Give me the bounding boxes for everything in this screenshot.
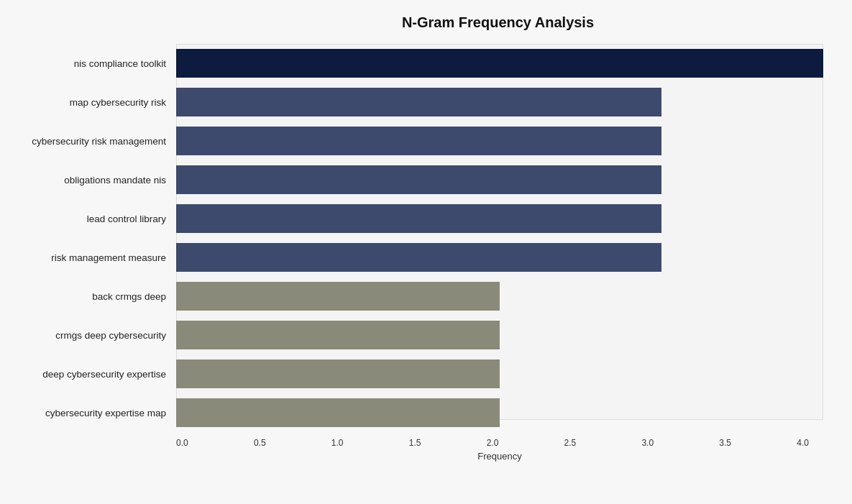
- bar-row: map cybersecurity risk: [0, 83, 823, 122]
- x-tick: 2.5: [564, 438, 577, 448]
- x-tick: 2.0: [487, 438, 499, 448]
- bar-fill: [176, 321, 500, 349]
- bar-row: obligations mandate nis: [0, 160, 823, 199]
- bar-fill: [176, 165, 661, 194]
- x-tick: 1.0: [331, 438, 344, 448]
- bar-row: crmgs deep cybersecurity: [0, 316, 823, 354]
- bar-label: crmgs deep cybersecurity: [0, 330, 176, 341]
- bar-row: cybersecurity risk management: [0, 122, 823, 160]
- chart-area: nis compliance toolkitmap cybersecurity …: [0, 44, 823, 432]
- x-tick: 4.0: [797, 438, 809, 448]
- bar-track: [176, 398, 823, 427]
- bar-row: cybersecurity expertise map: [0, 393, 823, 432]
- bar-label: lead control library: [0, 214, 176, 224]
- bar-row: nis compliance toolkit: [0, 44, 823, 83]
- bar-fill: [176, 49, 823, 78]
- bar-row: lead control library: [0, 199, 823, 238]
- bar-fill: [176, 204, 661, 233]
- chart-container: N-Gram Frequency Analysis nis compliance…: [0, 0, 852, 504]
- bar-label: cybersecurity expertise map: [0, 408, 176, 418]
- bar-label: deep cybersecurity expertise: [0, 369, 176, 380]
- x-tick: 1.5: [409, 438, 421, 448]
- x-axis: 0.00.51.01.52.02.53.03.54.0 Frequency: [176, 438, 823, 462]
- bar-fill: [176, 127, 661, 155]
- x-tick: 0.0: [176, 438, 188, 448]
- bar-label: nis compliance toolkit: [0, 58, 176, 69]
- bar-track: [176, 243, 823, 272]
- bar-fill: [176, 88, 661, 116]
- x-axis-label: Frequency: [176, 451, 823, 462]
- bar-track: [176, 204, 823, 233]
- x-axis-ticks: 0.00.51.01.52.02.53.03.54.0: [176, 438, 809, 448]
- bar-track: [176, 49, 823, 78]
- bar-row: back crmgs deep: [0, 277, 823, 316]
- chart-title: N-Gram Frequency Analysis: [0, 14, 823, 31]
- bar-row: deep cybersecurity expertise: [0, 354, 823, 393]
- bar-track: [176, 282, 823, 311]
- x-tick: 0.5: [254, 438, 266, 448]
- bar-row: risk management measure: [0, 238, 823, 277]
- bar-label: risk management measure: [0, 252, 176, 263]
- bar-label: map cybersecurity risk: [0, 97, 176, 108]
- bar-track: [176, 127, 823, 155]
- bar-track: [176, 321, 823, 349]
- bar-track: [176, 359, 823, 388]
- bar-fill: [176, 282, 500, 311]
- bar-track: [176, 165, 823, 194]
- bar-label: cybersecurity risk management: [0, 136, 176, 147]
- bar-label: obligations mandate nis: [0, 175, 176, 185]
- bar-fill: [176, 359, 500, 388]
- bar-track: [176, 88, 823, 116]
- bar-fill: [176, 243, 661, 272]
- bar-fill: [176, 398, 500, 427]
- x-tick: 3.5: [719, 438, 731, 448]
- bar-label: back crmgs deep: [0, 291, 176, 302]
- x-tick: 3.0: [641, 438, 654, 448]
